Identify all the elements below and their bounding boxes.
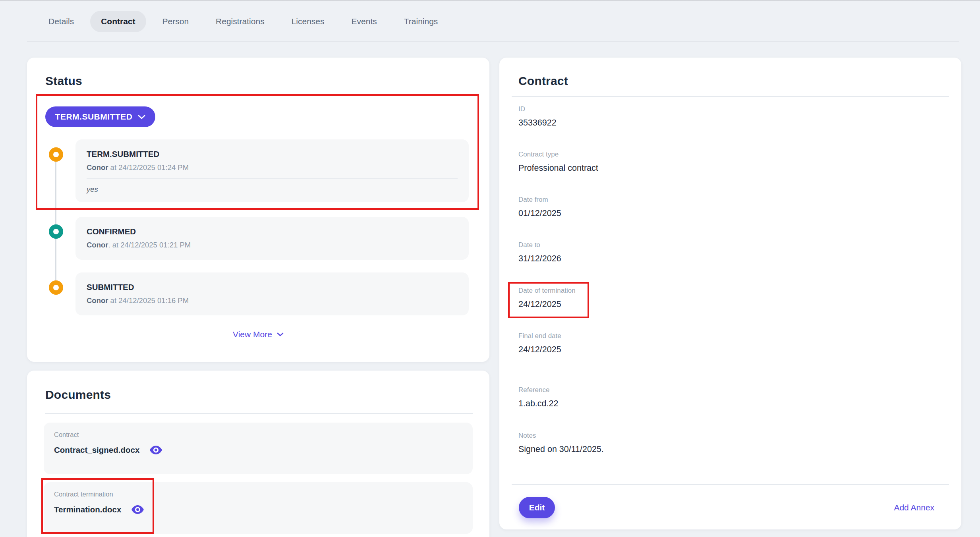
tab-events[interactable]: Events bbox=[341, 11, 388, 32]
current-status-label: TERM.SUBMITTED bbox=[55, 112, 133, 122]
timeline-entry-title: SUBMITTED bbox=[87, 282, 458, 292]
timeline-entry-divider bbox=[87, 178, 458, 179]
document-filename: Contract_signed.docx bbox=[54, 445, 139, 455]
field-contract-type: Contract type Professional contract bbox=[518, 150, 598, 174]
timeline-entry-user: Conor bbox=[87, 241, 108, 249]
timeline-dot-term-submitted bbox=[49, 147, 63, 162]
document-item-contract: Contract Contract_signed.docx bbox=[44, 423, 473, 474]
field-value: 01/12/2025 bbox=[518, 208, 561, 219]
view-more-label: View More bbox=[233, 330, 272, 339]
timeline-dot-submitted bbox=[49, 280, 63, 295]
tab-person[interactable]: Person bbox=[152, 11, 200, 32]
timeline-entry-meta: Conor at 24/12/2025 01:24 PM bbox=[87, 163, 458, 172]
eye-icon bbox=[131, 505, 144, 514]
field-value: Professional contract bbox=[518, 162, 598, 174]
field-label: ID bbox=[518, 104, 557, 114]
chevron-down-icon bbox=[277, 332, 284, 336]
timeline-entry-user: Conor bbox=[87, 296, 108, 305]
view-more-button[interactable]: View More bbox=[27, 330, 489, 339]
tab-trainings[interactable]: Trainings bbox=[393, 11, 449, 32]
timeline-entry-timestamp: at 24/12/2025 01:24 PM bbox=[108, 163, 189, 172]
view-document-button[interactable] bbox=[150, 446, 162, 454]
timeline-entry-title: TERM.SUBMITTED bbox=[87, 149, 458, 159]
tab-registrations[interactable]: Registrations bbox=[205, 11, 275, 32]
status-dropdown-button[interactable]: TERM.SUBMITTED bbox=[45, 106, 155, 127]
field-label: Date to bbox=[518, 240, 561, 250]
field-final-end-date: Final end date 24/12/2025 bbox=[518, 331, 561, 355]
timeline-entry-meta: Conor. at 24/12/2025 01:21 PM bbox=[87, 241, 458, 249]
timeline-entry-timestamp: at 24/12/2025 01:16 PM bbox=[108, 296, 189, 305]
add-annex-link[interactable]: Add Annex bbox=[894, 503, 934, 512]
eye-icon bbox=[150, 446, 162, 454]
contract-divider-bottom bbox=[512, 484, 949, 485]
field-label: Final end date bbox=[518, 331, 561, 341]
document-filename: Termination.docx bbox=[54, 505, 121, 514]
document-item-contract-termination: Contract termination Termination.docx bbox=[44, 482, 473, 534]
tab-bar-divider bbox=[27, 41, 959, 42]
field-label: Notes bbox=[518, 431, 604, 440]
status-card: Status TERM.SUBMITTED TERM.SUBMITTED Con… bbox=[27, 58, 489, 362]
edit-button[interactable]: Edit bbox=[519, 497, 555, 518]
field-date-of-termination: Date of termination 24/12/2025 bbox=[518, 286, 576, 310]
timeline-dot-confirmed bbox=[49, 224, 63, 239]
timeline-entry-term-submitted: TERM.SUBMITTED Conor at 24/12/2025 01:24… bbox=[75, 139, 469, 202]
field-label: Contract type bbox=[518, 150, 598, 159]
contract-divider-top bbox=[512, 96, 949, 97]
field-value: 24/12/2025 bbox=[518, 299, 576, 310]
timeline-entry-note: yes bbox=[87, 185, 458, 194]
documents-divider bbox=[45, 413, 473, 414]
field-date-to: Date to 31/12/2026 bbox=[518, 240, 561, 264]
timeline-entry-confirmed: CONFIRMED Conor. at 24/12/2025 01:21 PM bbox=[75, 217, 469, 260]
timeline-entry-user: Conor bbox=[87, 163, 108, 172]
field-notes: Notes Signed on 30/11/2025. bbox=[518, 431, 604, 455]
contract-card: Contract ID 35336922 Contract type Profe… bbox=[499, 58, 961, 529]
view-document-button[interactable] bbox=[131, 505, 144, 514]
timeline-connector bbox=[55, 155, 56, 288]
timeline-entry-submitted: SUBMITTED Conor at 24/12/2025 01:16 PM bbox=[75, 272, 469, 315]
field-date-from: Date from 01/12/2025 bbox=[518, 195, 561, 219]
timeline-entry-meta: Conor at 24/12/2025 01:16 PM bbox=[87, 296, 458, 305]
field-reference: Reference 1.ab.cd.22 bbox=[518, 385, 558, 409]
field-value: Signed on 30/11/2025. bbox=[518, 444, 604, 455]
status-card-title: Status bbox=[45, 74, 82, 88]
field-label: Reference bbox=[518, 385, 558, 395]
tab-contract[interactable]: Contract bbox=[90, 11, 146, 32]
timeline-entry-timestamp: . at 24/12/2025 01:21 PM bbox=[108, 241, 191, 249]
field-value: 31/12/2026 bbox=[518, 253, 561, 264]
field-label: Date from bbox=[518, 195, 561, 205]
field-label: Date of termination bbox=[518, 286, 576, 296]
tab-bar: Details Contract Person Registrations Li… bbox=[0, 1, 980, 41]
contract-card-title: Contract bbox=[518, 74, 568, 88]
field-value: 1.ab.cd.22 bbox=[518, 398, 558, 409]
field-value: 35336922 bbox=[518, 117, 557, 128]
documents-card: Documents Contract Contract_signed.docx … bbox=[27, 371, 489, 537]
timeline-entry-title: CONFIRMED bbox=[87, 227, 458, 236]
tab-licenses[interactable]: Licenses bbox=[281, 11, 335, 32]
document-type-label: Contract termination bbox=[54, 491, 462, 498]
documents-card-title: Documents bbox=[45, 388, 111, 402]
tab-details[interactable]: Details bbox=[38, 11, 85, 32]
field-value: 24/12/2025 bbox=[518, 344, 561, 355]
document-type-label: Contract bbox=[54, 431, 462, 438]
field-id: ID 35336922 bbox=[518, 104, 557, 128]
chevron-down-icon bbox=[138, 115, 145, 119]
